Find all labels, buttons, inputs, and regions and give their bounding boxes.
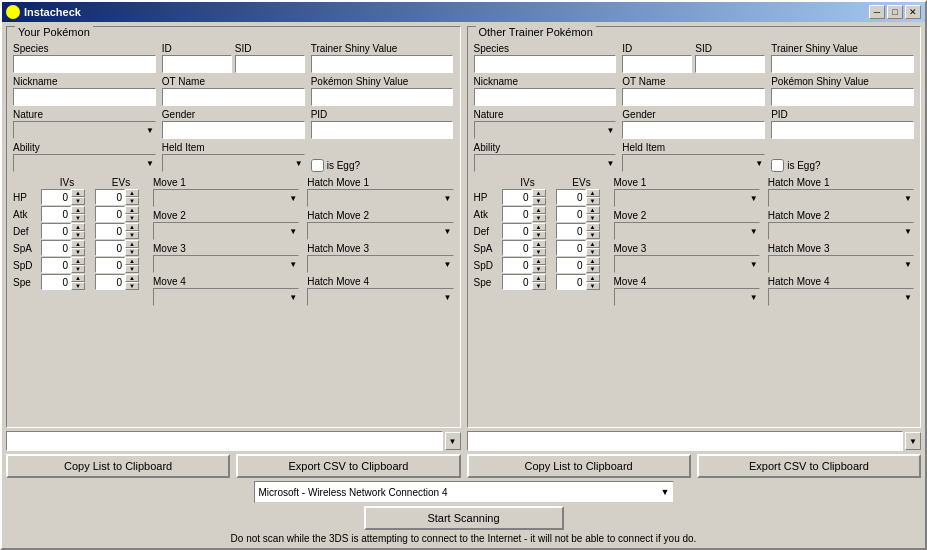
your-hatch1-select[interactable] (307, 189, 453, 207)
your-hp-ev-up[interactable]: ▲ (125, 189, 139, 197)
your-sid-input[interactable] (235, 55, 305, 73)
your-hp-ev-down[interactable]: ▼ (125, 197, 139, 205)
other-spa-iv-up[interactable]: ▲ (532, 240, 546, 248)
your-def-ev-up[interactable]: ▲ (125, 223, 139, 231)
other-spe-ev-up[interactable]: ▲ (586, 274, 600, 282)
other-spe-iv-input[interactable] (502, 274, 532, 290)
your-spd-ev-input[interactable] (95, 257, 125, 273)
your-spd-iv-up[interactable]: ▲ (71, 257, 85, 265)
your-combo-input[interactable] (6, 431, 443, 451)
your-spa-iv-up[interactable]: ▲ (71, 240, 85, 248)
your-move2-select[interactable] (153, 222, 299, 240)
your-combo-dropdown-btn[interactable]: ▼ (445, 432, 461, 450)
other-atk-iv-up[interactable]: ▲ (532, 206, 546, 214)
your-hatch2-select[interactable] (307, 222, 453, 240)
other-combo-dropdown-btn[interactable]: ▼ (905, 432, 921, 450)
your-spe-ev-down[interactable]: ▼ (125, 282, 139, 290)
other-spd-iv-input[interactable] (502, 257, 532, 273)
your-def-iv-down[interactable]: ▼ (71, 231, 85, 239)
your-spa-iv-down[interactable]: ▼ (71, 248, 85, 256)
other-hp-iv-up[interactable]: ▲ (532, 189, 546, 197)
other-move1-select[interactable] (614, 189, 760, 207)
your-otname-input[interactable] (162, 88, 305, 106)
other-spa-ev-input[interactable] (556, 240, 586, 256)
other-hp-ev-up[interactable]: ▲ (586, 189, 600, 197)
your-ability-select[interactable] (13, 154, 156, 172)
other-gender-input[interactable] (622, 121, 765, 139)
your-atk-iv-up[interactable]: ▲ (71, 206, 85, 214)
other-spe-iv-up[interactable]: ▲ (532, 274, 546, 282)
other-atk-iv-down[interactable]: ▼ (532, 214, 546, 222)
minimize-button[interactable]: ─ (869, 5, 885, 19)
your-spd-ev-down[interactable]: ▼ (125, 265, 139, 273)
your-copy-button[interactable]: Copy List to Clipboard (6, 454, 230, 478)
other-spd-iv-down[interactable]: ▼ (532, 265, 546, 273)
other-spd-ev-up[interactable]: ▲ (586, 257, 600, 265)
your-spe-iv-up[interactable]: ▲ (71, 274, 85, 282)
other-def-iv-up[interactable]: ▲ (532, 223, 546, 231)
your-atk-iv-down[interactable]: ▼ (71, 214, 85, 222)
other-ability-select[interactable] (474, 154, 617, 172)
other-combo-input[interactable] (467, 431, 904, 451)
your-hp-ev-input[interactable] (95, 189, 125, 205)
start-scanning-button[interactable]: Start Scanning (364, 506, 564, 530)
your-egg-checkbox[interactable] (311, 159, 324, 172)
other-move2-select[interactable] (614, 222, 760, 240)
other-def-iv-down[interactable]: ▼ (532, 231, 546, 239)
other-pid-input[interactable] (771, 121, 914, 139)
your-tsv-input[interactable] (311, 55, 454, 73)
your-def-ev-input[interactable] (95, 223, 125, 239)
other-spd-ev-input[interactable] (556, 257, 586, 273)
your-hp-iv-input[interactable] (41, 189, 71, 205)
your-def-iv-input[interactable] (41, 223, 71, 239)
close-button[interactable]: ✕ (905, 5, 921, 19)
other-spa-iv-input[interactable] (502, 240, 532, 256)
your-gender-input[interactable] (162, 121, 305, 139)
your-spd-ev-up[interactable]: ▲ (125, 257, 139, 265)
other-def-ev-input[interactable] (556, 223, 586, 239)
your-spe-iv-input[interactable] (41, 274, 71, 290)
your-move3-select[interactable] (153, 255, 299, 273)
your-spa-ev-input[interactable] (95, 240, 125, 256)
your-move4-select[interactable] (153, 288, 299, 306)
other-export-button[interactable]: Export CSV to Clipboard (697, 454, 921, 478)
other-hp-iv-down[interactable]: ▼ (532, 197, 546, 205)
other-helditem-select[interactable] (622, 154, 765, 172)
other-hatch4-select[interactable] (768, 288, 914, 306)
your-species-input[interactable] (13, 55, 156, 73)
your-export-button[interactable]: Export CSV to Clipboard (236, 454, 460, 478)
other-otname-input[interactable] (622, 88, 765, 106)
other-tsv-input[interactable] (771, 55, 914, 73)
maximize-button[interactable]: □ (887, 5, 903, 19)
your-spa-ev-up[interactable]: ▲ (125, 240, 139, 248)
your-hatch4-select[interactable] (307, 288, 453, 306)
your-psv-input[interactable] (311, 88, 454, 106)
other-hp-ev-down[interactable]: ▼ (586, 197, 600, 205)
other-atk-iv-input[interactable] (502, 206, 532, 222)
your-pid-input[interactable] (311, 121, 454, 139)
your-move1-select[interactable] (153, 189, 299, 207)
other-move4-select[interactable] (614, 288, 760, 306)
your-spe-iv-down[interactable]: ▼ (71, 282, 85, 290)
other-spa-iv-down[interactable]: ▼ (532, 248, 546, 256)
your-atk-ev-up[interactable]: ▲ (125, 206, 139, 214)
other-spa-ev-down[interactable]: ▼ (586, 248, 600, 256)
other-hp-iv-input[interactable] (502, 189, 532, 205)
other-hatch1-select[interactable] (768, 189, 914, 207)
your-spe-ev-input[interactable] (95, 274, 125, 290)
your-atk-ev-input[interactable] (95, 206, 125, 222)
other-psv-input[interactable] (771, 88, 914, 106)
your-hp-iv-up[interactable]: ▲ (71, 189, 85, 197)
other-def-ev-up[interactable]: ▲ (586, 223, 600, 231)
your-hp-iv-down[interactable]: ▼ (71, 197, 85, 205)
other-def-iv-input[interactable] (502, 223, 532, 239)
other-id-input[interactable] (622, 55, 692, 73)
your-spd-iv-down[interactable]: ▼ (71, 265, 85, 273)
other-move3-select[interactable] (614, 255, 760, 273)
other-atk-ev-input[interactable] (556, 206, 586, 222)
your-nickname-input[interactable] (13, 88, 156, 106)
network-select[interactable]: Microsoft - Wireless Network Connection … (254, 481, 674, 503)
your-hatch3-select[interactable] (307, 255, 453, 273)
other-spd-iv-up[interactable]: ▲ (532, 257, 546, 265)
your-nature-select[interactable] (13, 121, 156, 139)
